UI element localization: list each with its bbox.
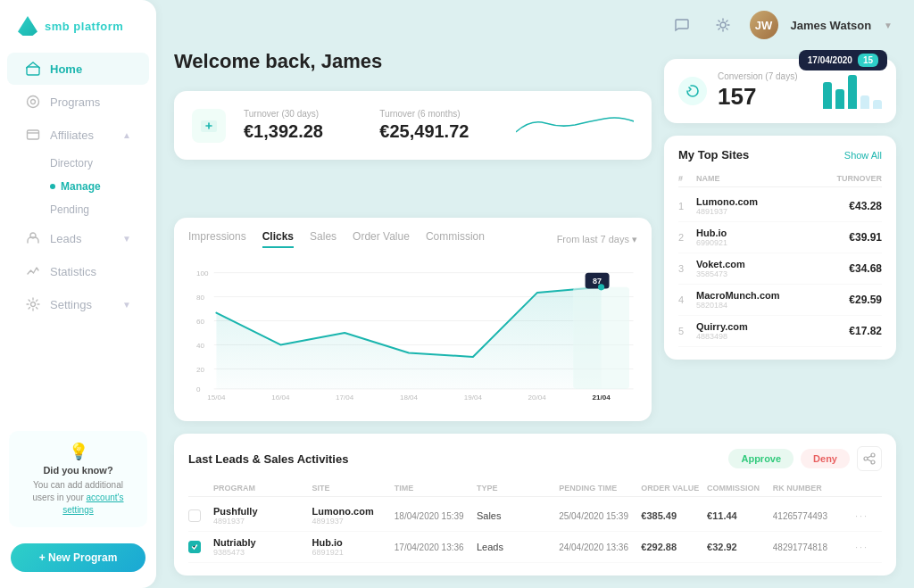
tab-sales[interactable]: Sales [310,230,337,248]
new-program-button[interactable]: + New Program [11,543,145,572]
row1-site: Lumono.com 4891937 [312,506,395,526]
chart-tabs: Impressions Clicks Sales Order Value Com… [188,230,637,248]
col-order-val: ORDER VALUE [641,484,707,493]
affiliates-subnav: Directory Manage Pending [0,152,156,221]
row1-time: 18/04/2020 15:39 [395,511,477,521]
svg-text:19/04: 19/04 [464,393,483,402]
top-sites-header: My Top Sites Show All [678,148,882,161]
welcome-title: Welcome back, James [174,50,382,79]
svg-text:18/04: 18/04 [400,393,419,402]
turnover-value-2: €25,491.72 [379,121,497,142]
col-rk: RK NUMBER [773,484,855,493]
show-all-link[interactable]: Show All [844,150,882,161]
top-sites-title: My Top Sites [678,148,749,161]
approve-button[interactable]: Approve [728,449,794,468]
row2-menu[interactable]: ··· [855,542,882,552]
svg-text:0: 0 [196,385,201,393]
row1-menu[interactable]: ··· [855,510,882,521]
affiliates-icon [25,127,41,143]
row2-checkbox[interactable] [188,541,201,553]
conversion-inner: Conversion (7 days) 157 [678,71,882,111]
top-sites-card: My Top Sites Show All # Name Turnover 1 … [664,136,896,360]
tab-impressions[interactable]: Impressions [188,230,246,248]
sidebar-item-settings-label: Settings [50,298,92,311]
settings-chevron: ▼ [122,300,131,310]
sidebar-item-statistics-label: Statistics [50,265,96,278]
logo-text: smb platform [45,20,123,33]
turnover-stat-2: Turnover (6 months) €25,491.72 [379,109,497,142]
svg-point-2 [31,100,36,104]
sites-table-header: # Name Turnover [678,170,882,187]
activity-actions: Approve Deny [728,446,882,471]
conversion-badge: 17/04/2020 15 [799,50,887,70]
turnover-chart [516,105,634,145]
refresh-icon[interactable] [678,77,707,105]
tab-clicks[interactable]: Clicks [262,230,294,248]
row2-program: Nutriably 9385473 [213,537,312,557]
svg-text:21/04: 21/04 [592,393,611,402]
conv-bar-3 [848,75,857,109]
user-menu-chevron[interactable]: ▼ [884,21,893,30]
deny-button[interactable]: Deny [801,449,850,468]
turnover-card: Turnover (30 days) €1,392.28 Turnover (6… [174,91,652,160]
manage-label: Manage [61,180,101,193]
sites-col-name: Name [696,174,819,183]
svg-rect-0 [27,67,39,75]
svg-text:40: 40 [196,342,204,350]
tab-commission[interactable]: Commission [426,230,485,248]
row1-checkbox[interactable] [188,509,201,522]
row2-pending: 24/04/2020 13:36 [559,542,641,552]
row1-commission: €11.44 [707,510,773,521]
leads-icon [25,230,41,246]
row2-site: Hub.io 6891921 [312,537,395,557]
row1-pending: 25/04/2020 15:39 [559,511,641,521]
col-site: SITE [312,484,395,493]
conversion-value: 157 [718,83,812,111]
conversion-chart [823,73,882,109]
conversion-card: 17/04/2020 15 Conversion (7 days) 157 [664,59,896,123]
sidebar-item-home-label: Home [50,62,82,76]
activity-row: Pushfully 4891937 Lumono.com 4891937 18/… [188,501,882,532]
share-icon[interactable] [857,446,882,471]
chart-row: Impressions Clicks Sales Order Value Com… [174,218,652,421]
main-content: JW James Watson ▼ Welcome back, James 17… [156,0,914,588]
sidebar-item-home[interactable]: Home [7,53,149,85]
sidebar-item-leads[interactable]: Leads ▼ [7,222,149,254]
activities-section: Last Leads & Sales Activities Approve De… [174,434,896,576]
settings-topbar-icon[interactable] [709,11,737,39]
chat-icon[interactable] [668,11,696,39]
sidebar-item-affiliates[interactable]: Affiliates ▲ [7,119,149,151]
sidebar-item-pending[interactable]: Pending [43,198,156,221]
sites-col-num: # [678,174,696,183]
col-time: TIME [395,484,477,493]
bulb-icon: 💡 [23,442,133,461]
did-you-know-box: 💡 Did you know? You can add additional u… [9,431,147,527]
sidebar-item-directory[interactable]: Directory [43,152,156,175]
svg-point-31 [871,453,875,457]
turnover-value-1: €1,392.28 [244,121,361,142]
sidebar-item-settings[interactable]: Settings ▼ [7,288,149,320]
conv-bar-1 [823,82,832,109]
welcome-row: Welcome back, James [174,50,652,79]
site-row: 5 Quirry.com 4883498 €17.82 [678,316,882,347]
chart-period[interactable]: From last 7 days ▾ [557,234,637,245]
turnover-label-2: Turnover (6 months) [379,109,497,119]
svg-text:80: 80 [196,294,204,302]
chart-area: 100 80 60 40 20 0 [188,257,637,412]
svg-rect-3 [28,130,39,139]
svg-point-23 [598,284,604,290]
tab-order-value[interactable]: Order Value [353,230,410,248]
activities-table-header: PROGRAM SITE TIME TYPE PENDING TIME ORDE… [188,480,882,497]
sidebar-item-leads-label: Leads [50,232,81,245]
sidebar-item-programs[interactable]: Programs [7,86,149,118]
user-name[interactable]: James Watson [791,19,872,32]
sidebar-item-manage[interactable]: Manage [43,175,156,198]
conv-bar-4 [860,95,869,109]
svg-text:16/04: 16/04 [271,393,290,402]
row1-order-value: €385.49 [641,510,707,521]
col-type: TYPE [477,484,559,493]
logo: smb platform [0,16,156,52]
svg-point-1 [28,96,39,108]
row2-order-value: €292.88 [641,542,707,552]
sidebar-item-statistics[interactable]: Statistics [7,255,149,287]
